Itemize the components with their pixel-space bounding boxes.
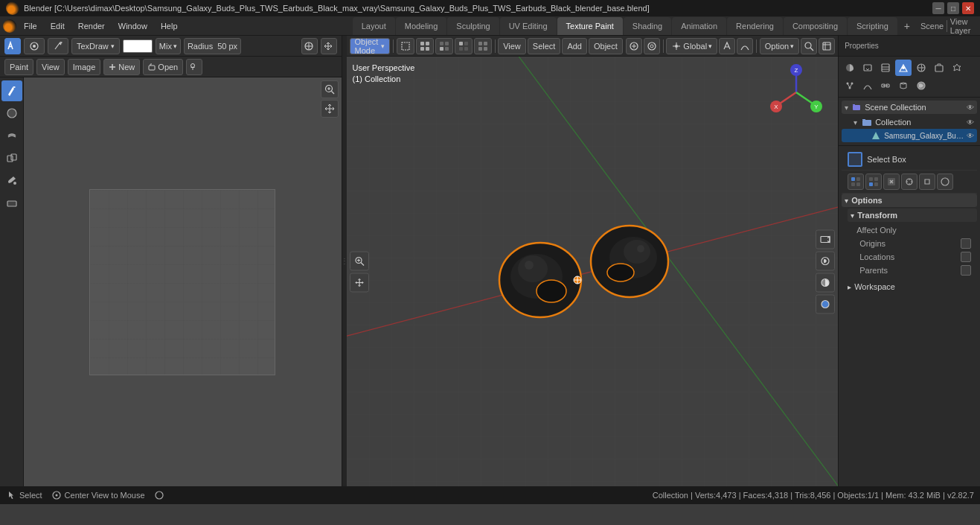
viewport-zoom-button[interactable] — [350, 251, 369, 270]
radius-selector[interactable]: Radius 50 px — [184, 38, 241, 54]
transform-header[interactable]: ▾ Transform — [848, 209, 977, 222]
blend-mode-selector[interactable]: Mix ▾ — [156, 38, 181, 54]
brush-icon-button[interactable] — [48, 38, 68, 54]
pin-button[interactable] — [186, 59, 202, 75]
search-button[interactable] — [801, 38, 817, 54]
brush-type-button[interactable] — [24, 38, 45, 54]
view-menu-button[interactable]: View — [36, 59, 65, 75]
data-props-icon[interactable] — [895, 77, 912, 94]
tool-icon-5[interactable] — [919, 174, 935, 190]
file-menu[interactable]: File — [18, 18, 43, 34]
erase-tool-button[interactable] — [1, 192, 22, 213]
new-image-button[interactable]: New — [103, 59, 140, 75]
collection-expand-icon[interactable]: ▾ — [854, 118, 857, 127]
edit-menu[interactable]: Edit — [45, 18, 71, 34]
options-header[interactable]: ▾ Options — [842, 194, 977, 207]
window-menu[interactable]: Window — [112, 18, 153, 34]
object-props-icon[interactable] — [931, 60, 947, 76]
tab-layout[interactable]: Layout — [353, 17, 395, 35]
origins-checkbox[interactable] — [961, 238, 971, 249]
pan-icon-button[interactable] — [321, 100, 339, 118]
snap-icon-button[interactable] — [301, 38, 318, 54]
view-menu-vp-button[interactable]: View — [498, 38, 526, 54]
tab-scripting[interactable]: Scripting — [848, 17, 897, 35]
render-menu[interactable]: Render — [72, 18, 111, 34]
zoom-in-button[interactable] — [321, 80, 339, 98]
viewport-pan-button[interactable] — [350, 273, 369, 292]
shading-mode-button[interactable] — [816, 273, 835, 292]
texdraw-button[interactable]: TexDraw ▾ — [71, 38, 120, 54]
draw-tool-button[interactable] — [1, 80, 22, 101]
render-props-icon[interactable] — [842, 60, 858, 76]
soften-tool-button[interactable] — [1, 103, 22, 124]
open-image-button[interactable]: Open — [143, 59, 183, 75]
titlebar-controls[interactable]: ─ □ ✕ — [932, 2, 974, 14]
material-mode-button[interactable] — [816, 294, 835, 314]
particle-props-icon[interactable] — [842, 77, 858, 94]
tool-icon-4[interactable] — [901, 174, 917, 190]
locations-checkbox[interactable] — [961, 252, 971, 262]
view-layer-props-icon[interactable] — [877, 60, 894, 76]
tab-compositing[interactable]: Compositing — [784, 17, 847, 35]
tab-rendering[interactable]: Rendering — [727, 17, 783, 35]
proportional-edit-button[interactable] — [644, 38, 660, 54]
minimize-button[interactable]: ─ — [932, 2, 944, 14]
scene-collection-chevron[interactable]: ▾ — [845, 104, 848, 112]
help-menu[interactable]: Help — [155, 18, 184, 34]
smear-tool-button[interactable] — [1, 125, 22, 146]
modifier-props-icon[interactable] — [949, 60, 965, 76]
move-icon-button[interactable] — [321, 38, 337, 54]
camera-view-button[interactable] — [816, 229, 835, 249]
tool-icon-2[interactable] — [865, 174, 882, 190]
options-button[interactable]: Option ▾ — [760, 38, 799, 54]
clone-tool-button[interactable] — [1, 147, 22, 168]
fill-tool-button[interactable] — [1, 170, 22, 191]
tool-icon-3[interactable] — [883, 174, 900, 190]
editor-type-button[interactable] — [819, 38, 835, 54]
render-preview-button[interactable] — [816, 251, 835, 270]
viewport-icon-4[interactable] — [455, 38, 473, 54]
scene-collection-eye-icon[interactable]: 👁 — [967, 104, 974, 112]
snapping-button[interactable] — [719, 38, 735, 54]
image-menu-button[interactable]: Image — [68, 59, 101, 75]
navigation-gizmo[interactable]: Z X Y — [766, 63, 826, 122]
transform-pivot-button[interactable]: Global ▾ — [666, 38, 717, 54]
workspace-header[interactable]: ▸ Workspace — [848, 280, 977, 293]
tab-uv-editing[interactable]: UV Editing — [500, 17, 557, 35]
collection-item[interactable]: ▾ Collection 👁 — [842, 115, 977, 129]
paint-menu-button[interactable]: Paint — [4, 59, 33, 75]
buds-mesh-item[interactable]: ▾ Samsung_Galaxy_Buds_... 👁 — [842, 129, 977, 142]
tab-modeling[interactable]: Modeling — [396, 17, 447, 35]
material-props-icon[interactable] — [913, 77, 929, 94]
scene-props-icon[interactable] — [895, 60, 912, 76]
tool-icon-6[interactable] — [937, 174, 953, 190]
mode-icon-button[interactable] — [4, 38, 21, 54]
parents-checkbox[interactable] — [961, 265, 971, 276]
texture-canvas[interactable] — [89, 189, 275, 375]
viewport-content[interactable]: User Perspective (1) Collection Z X — [347, 57, 839, 486]
constraint-props-icon[interactable] — [877, 77, 894, 94]
color-swatch[interactable] — [123, 39, 153, 53]
tab-animation[interactable]: Animation — [672, 17, 726, 35]
collection-eye-icon[interactable]: 👁 — [967, 118, 974, 127]
viewport-icon-2[interactable] — [416, 38, 434, 54]
viewport-icon-5[interactable] — [474, 38, 492, 54]
add-workspace-button[interactable]: + — [898, 17, 916, 35]
tab-sculpting[interactable]: Sculpting — [447, 17, 499, 35]
world-props-icon[interactable] — [913, 60, 929, 76]
buds-eye-icon[interactable]: 👁 — [967, 132, 974, 140]
viewport-icon-3[interactable] — [435, 38, 453, 54]
output-props-icon[interactable] — [859, 60, 876, 76]
object-menu-button[interactable]: Object — [589, 38, 623, 54]
add-menu-button[interactable]: Add — [562, 38, 587, 54]
object-mode-selector[interactable]: Object Mode ▾ — [350, 38, 390, 54]
physics-props-icon[interactable] — [859, 77, 876, 94]
tab-shading[interactable]: Shading — [624, 17, 671, 35]
tab-texture-paint[interactable]: Texture Paint — [557, 17, 623, 35]
tool-icon-1[interactable] — [848, 174, 864, 190]
snap-vp-button[interactable] — [626, 38, 642, 54]
proportional-button[interactable] — [737, 38, 753, 54]
viewport-select-box-icon[interactable] — [397, 38, 414, 54]
select-menu-button[interactable]: Select — [528, 38, 561, 54]
close-button[interactable]: ✕ — [962, 2, 974, 14]
